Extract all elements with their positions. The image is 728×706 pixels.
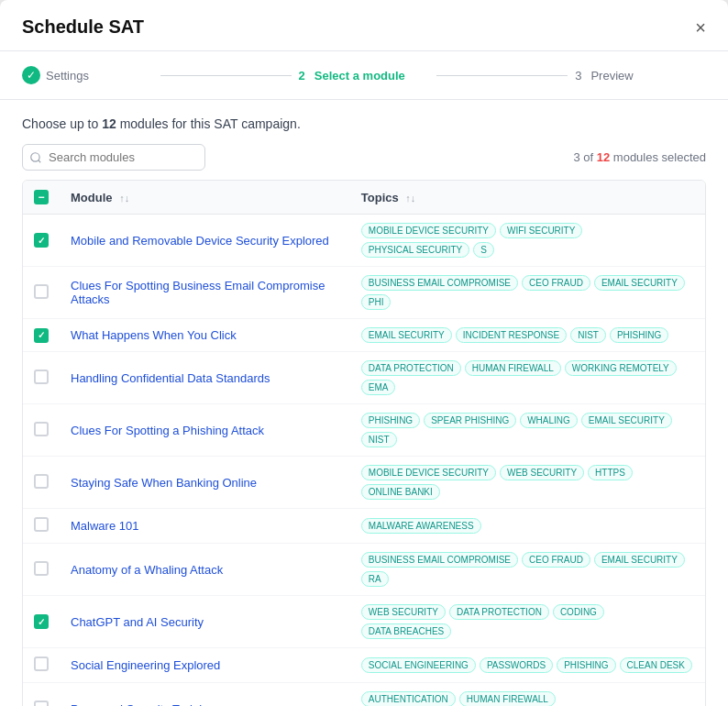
module-name[interactable]: Clues For Spotting a Phishing Attack (71, 424, 264, 437)
tag: SPEAR PHISHING (424, 413, 516, 428)
step-connector-2 (436, 75, 568, 76)
row-checkbox[interactable] (34, 328, 49, 343)
module-name-cell: Social Engineering Explored (60, 648, 350, 683)
row-checkbox-cell (23, 457, 60, 509)
table-row: Password Security TrainingAUTHENTICATION… (23, 683, 705, 707)
topics-cell: MOBILE DEVICE SECURITYWIFI SECURITYPHYSI… (350, 215, 705, 267)
row-checkbox[interactable] (34, 656, 49, 671)
step-3-num: 3 (575, 69, 581, 83)
module-name[interactable]: What Happens When You Click (71, 328, 237, 342)
module-name-cell: Malware 101 (60, 509, 350, 544)
row-checkbox[interactable] (34, 517, 49, 532)
module-name[interactable]: ChatGPT and AI Security (71, 615, 204, 629)
table-row: Handling Confidential Data StandardsDATA… (23, 352, 705, 404)
row-checkbox[interactable] (34, 561, 49, 576)
tag: EMAIL SECURITY (594, 552, 685, 568)
modal-title: Schedule SAT (22, 17, 144, 38)
tag: WEB SECURITY (500, 465, 584, 480)
module-name-cell: Handling Confidential Data Standards (60, 352, 350, 404)
modal-header: Schedule SAT × (0, 0, 728, 51)
module-name-cell: Anatomy of a Whaling Attack (60, 544, 350, 596)
module-name[interactable]: Clues For Spotting Business Email Compro… (71, 279, 325, 306)
tag: SOCIAL ENGINEERING (361, 657, 476, 673)
tag: HUMAN FIREWALL (465, 360, 561, 376)
search-icon (29, 151, 42, 164)
row-checkbox-cell (23, 544, 60, 596)
close-button[interactable]: × (695, 18, 706, 37)
step-preview: 3 Preview (575, 69, 706, 83)
row-checkbox[interactable] (34, 474, 49, 489)
module-name-cell: What Happens When You Click (60, 319, 350, 352)
topics-col-header[interactable]: Topics ↑↓ (350, 181, 705, 215)
tags-container: PHISHINGSPEAR PHISHINGWHALINGEMAIL SECUR… (361, 413, 694, 447)
stepper: ✓ Settings 2 Select a module 3 Preview (0, 51, 728, 100)
module-name[interactable]: Mobile and Removable Device Security Exp… (71, 234, 329, 248)
topics-cell: MALWARE AWARENESS (350, 509, 705, 544)
row-checkbox-cell (23, 648, 60, 683)
select-all-checkbox[interactable] (34, 190, 49, 204)
step-3-label: Preview (590, 69, 633, 83)
step-select-module: 2 Select a module (299, 69, 430, 83)
tag: PHYSICAL SECURITY (361, 242, 469, 258)
table-row: Malware 101MALWARE AWARENESS (23, 509, 705, 544)
module-sort-icon: ↑↓ (119, 193, 129, 204)
tag: WORKING REMOTELY (565, 360, 677, 376)
table-header-row: Module ↑↓ Topics ↑↓ (23, 181, 705, 215)
module-name[interactable]: Social Engineering Explored (71, 658, 220, 672)
tag: NIST (361, 432, 397, 447)
row-checkbox-cell (23, 352, 60, 404)
row-checkbox-cell (23, 509, 60, 544)
module-col-header[interactable]: Module ↑↓ (60, 181, 350, 215)
row-checkbox[interactable] (34, 422, 49, 436)
row-checkbox-cell (23, 267, 60, 319)
table-row: Mobile and Removable Device Security Exp… (23, 215, 705, 267)
tag: HTTPS (588, 465, 633, 480)
module-name[interactable]: Malware 101 (71, 519, 138, 533)
tag: AUTHENTICATION (361, 691, 456, 706)
tag: RA (361, 571, 389, 587)
topics-cell: BUSINESS EMAIL COMPROMISECEO FRAUDEMAIL … (350, 544, 705, 596)
tag: PHISHING (610, 327, 668, 343)
row-checkbox[interactable] (34, 614, 49, 629)
row-checkbox-cell (23, 319, 60, 352)
tag: INCIDENT RESPONSE (456, 327, 567, 343)
module-name[interactable]: Password Security Training (71, 702, 215, 707)
tag: MOBILE DEVICE SECURITY (361, 223, 496, 238)
tag: WEB SECURITY (361, 604, 446, 620)
topics-cell: BUSINESS EMAIL COMPROMISECEO FRAUDEMAIL … (350, 267, 705, 319)
module-name-cell: Staying Safe When Banking Online (60, 457, 350, 509)
module-name[interactable]: Handling Confidential Data Standards (71, 371, 270, 385)
row-checkbox[interactable] (34, 700, 49, 707)
row-checkbox[interactable] (34, 233, 49, 248)
module-name-cell: Clues For Spotting a Phishing Attack (60, 404, 350, 457)
tags-container: AUTHENTICATIONHUMAN FIREWALLMULTI-FACTOR… (361, 691, 694, 706)
tags-container: MOBILE DEVICE SECURITYWEB SECURITYHTTPSO… (361, 465, 694, 500)
topics-cell: SOCIAL ENGINEERINGPASSWORDSPHISHINGCLEAN… (350, 648, 705, 683)
max-modules: 12 (102, 116, 116, 131)
tag: BUSINESS EMAIL COMPROMISE (361, 552, 518, 568)
tag: DATA PROTECTION (361, 360, 461, 376)
table-row: Staying Safe When Banking OnlineMOBILE D… (23, 457, 705, 509)
tags-container: SOCIAL ENGINEERINGPASSWORDSPHISHINGCLEAN… (361, 657, 694, 673)
search-input[interactable] (22, 144, 205, 171)
topics-cell: EMAIL SECURITYINCIDENT RESPONSENISTPHISH… (350, 319, 705, 352)
selected-count: 3 of 12 modules selected (573, 150, 706, 164)
module-name-cell: Mobile and Removable Device Security Exp… (60, 215, 350, 267)
step-connector-1 (160, 75, 292, 76)
module-name[interactable]: Anatomy of a Whaling Attack (71, 563, 223, 577)
module-name-cell: Clues For Spotting Business Email Compro… (60, 267, 350, 319)
tag: PHISHING (361, 413, 420, 428)
search-wrap (22, 144, 205, 171)
row-checkbox[interactable] (34, 370, 49, 384)
tag: CEO FRAUD (522, 275, 590, 291)
module-name[interactable]: Staying Safe When Banking Online (71, 476, 257, 490)
row-checkbox[interactable] (34, 284, 49, 299)
tag: EMAIL SECURITY (361, 327, 452, 343)
tag: MOBILE DEVICE SECURITY (361, 465, 496, 480)
topics-cell: AUTHENTICATIONHUMAN FIREWALLMULTI-FACTOR… (350, 683, 705, 707)
step-2-label: Select a module (314, 69, 405, 83)
tag: EMAIL SECURITY (594, 275, 685, 291)
topics-cell: DATA PROTECTIONHUMAN FIREWALLWORKING REM… (350, 352, 705, 404)
step-2-num: 2 (299, 69, 305, 83)
step-1-label: Settings (46, 69, 89, 83)
